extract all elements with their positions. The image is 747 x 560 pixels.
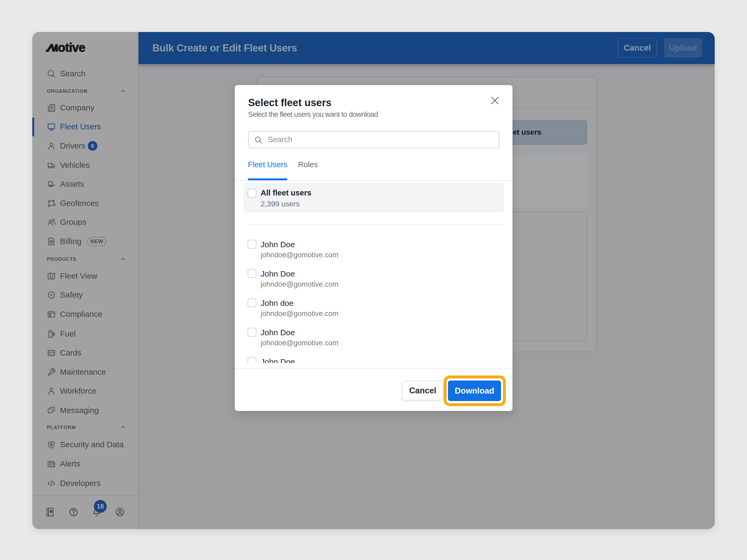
svg-text:otive: otive [58,41,85,53]
